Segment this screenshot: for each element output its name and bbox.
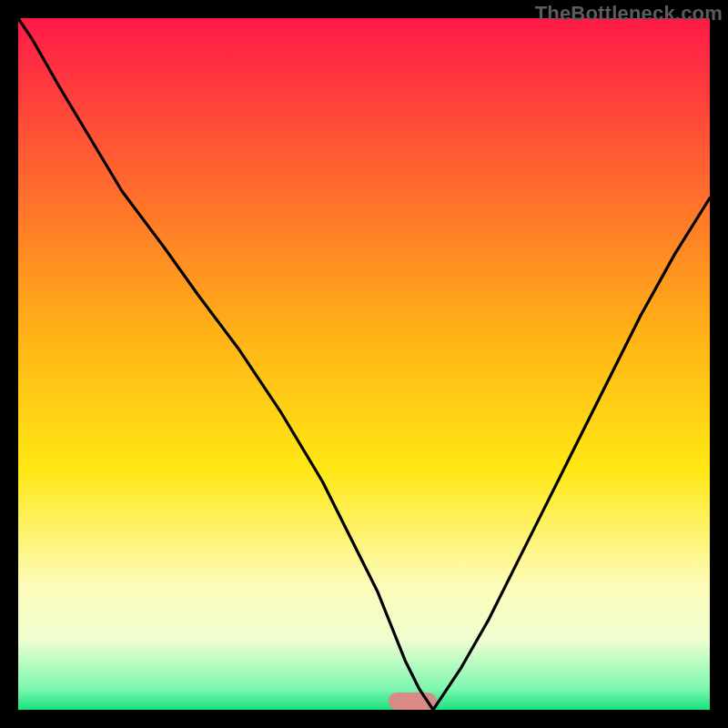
optimal-zone-marker [389,693,437,710]
watermark-text: TheBottleneck.com [535,2,723,25]
chart-background [18,18,710,710]
chart-svg [18,18,710,710]
plot-area [18,18,710,710]
chart-container: TheBottleneck.com [0,0,728,728]
